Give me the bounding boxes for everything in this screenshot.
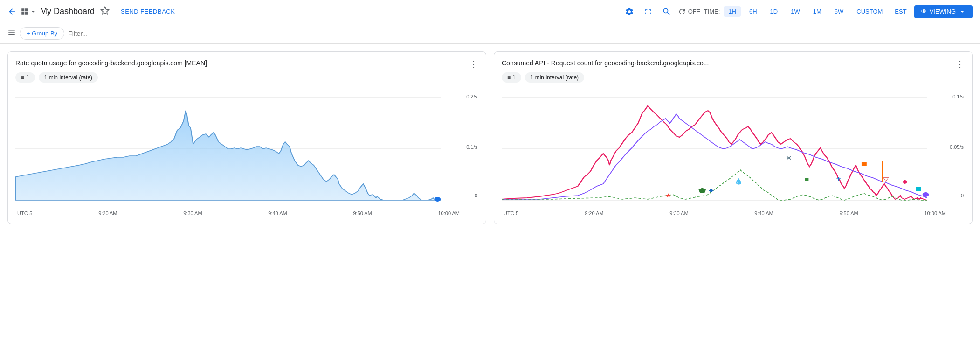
- chart-area-2: ★ ⬟ ◆ 💧 ✕ ■ + ▽ ◆: [502, 88, 965, 210]
- svg-text:+: +: [836, 175, 841, 182]
- chart-title-1: Rate quota usage for geocoding-backend.g…: [15, 59, 465, 67]
- time-1h[interactable]: 1H: [724, 6, 741, 17]
- x2-label-0: UTC-5: [504, 210, 518, 216]
- chart-card-2: Consumed API - Request count for geocodi…: [494, 51, 973, 224]
- y-top-2: 0.1/s: [952, 94, 964, 99]
- y-bottom-2: 0: [961, 193, 964, 198]
- svg-text:◆: ◆: [709, 188, 714, 193]
- viewing-button[interactable]: 👁 VIEWING: [914, 5, 973, 18]
- filter-input[interactable]: [68, 30, 973, 37]
- x2-label-4: 9:50 AM: [839, 210, 858, 216]
- chart-svg-2: ★ ⬟ ◆ 💧 ✕ ■ + ▽ ◆: [502, 88, 946, 210]
- y-mid-1: 0.1/s: [466, 144, 477, 150]
- more-options-1[interactable]: ⋮: [469, 59, 478, 69]
- svg-text:★: ★: [665, 192, 672, 198]
- svg-rect-18: [916, 187, 921, 191]
- time-1d[interactable]: 1D: [766, 6, 783, 17]
- interval-label-1: 1 min interval (rate): [44, 74, 92, 81]
- svg-text:✕: ✕: [786, 155, 792, 161]
- filter-icon-1: ≡: [21, 74, 24, 81]
- y-top-1: 0.2/s: [466, 94, 477, 99]
- time-6w[interactable]: 6W: [830, 6, 849, 17]
- toolbar: + Group By: [0, 23, 980, 44]
- x2-label-1: 9:20 AM: [585, 210, 603, 216]
- filter-icon-2: ≡: [507, 74, 511, 81]
- x-label-2: 9:30 AM: [183, 210, 202, 216]
- header: My Dashboard SEND FEEDBACK OFF TIME: 1H …: [0, 0, 980, 23]
- hamburger-icon[interactable]: [7, 28, 16, 38]
- x-label-1: 9:20 AM: [98, 210, 117, 216]
- chart-svg-1: [15, 88, 460, 210]
- chart-title-2: Consumed API - Request count for geocodi…: [502, 59, 952, 67]
- time-custom[interactable]: CUSTOM: [852, 6, 887, 17]
- back-button[interactable]: [7, 7, 17, 16]
- filter-badge-1[interactable]: ≡ 1: [15, 72, 35, 83]
- y-bottom-1: 0: [475, 193, 477, 198]
- header-actions: OFF TIME: 1H 6H 1D 1W 1M 6W CUSTOM EST 👁…: [622, 4, 973, 19]
- svg-text:⬟: ⬟: [698, 187, 706, 194]
- refresh-button[interactable]: OFF: [678, 7, 700, 16]
- svg-text:■: ■: [804, 176, 809, 182]
- x-label-5: 10:00 AM: [438, 210, 460, 216]
- time-1m[interactable]: 1M: [808, 6, 826, 17]
- chart-badges-1: ≡ 1 1 min interval (rate): [15, 72, 478, 83]
- filter-badge-2[interactable]: ≡ 1: [502, 72, 521, 83]
- chart-header-1: Rate quota usage for geocoding-backend.g…: [15, 59, 478, 69]
- svg-text:▽: ▽: [883, 176, 889, 182]
- svg-marker-0: [101, 7, 109, 14]
- time-1w[interactable]: 1W: [786, 6, 805, 17]
- timezone-button[interactable]: EST: [891, 6, 910, 17]
- refresh-label: OFF: [688, 8, 700, 15]
- chart-badges-2: ≡ 1 1 min interval (rate): [502, 72, 965, 83]
- x-label-4: 9:50 AM: [353, 210, 372, 216]
- x2-label-2: 9:30 AM: [669, 210, 688, 216]
- time-6h[interactable]: 6H: [745, 6, 762, 17]
- page-title: My Dashboard: [40, 7, 95, 16]
- x-axis-1: UTC-5 9:20 AM 9:30 AM 9:40 AM 9:50 AM 10…: [15, 210, 478, 216]
- x-label-0: UTC-5: [17, 210, 32, 216]
- x2-label-3: 9:40 AM: [754, 210, 773, 216]
- badge-filter-count-2: 1: [512, 74, 516, 81]
- interval-label-2: 1 min interval (rate): [531, 74, 579, 81]
- settings-icon[interactable]: [622, 4, 637, 19]
- send-feedback-button[interactable]: SEND FEEDBACK: [121, 8, 175, 15]
- svg-point-19: [923, 192, 929, 197]
- chart-area-1: 0.2/s 0.1/s 0: [15, 88, 478, 210]
- svg-point-4: [435, 197, 441, 202]
- group-by-button[interactable]: + Group By: [20, 27, 64, 40]
- fullscreen-icon[interactable]: [641, 4, 656, 19]
- time-label: TIME:: [704, 8, 720, 15]
- more-options-2[interactable]: ⋮: [955, 59, 965, 69]
- header-left: My Dashboard SEND FEEDBACK: [7, 6, 618, 17]
- dashboard-icon[interactable]: [21, 7, 36, 16]
- x-label-3: 9:40 AM: [268, 210, 287, 216]
- star-icon[interactable]: [100, 6, 110, 17]
- search-icon[interactable]: [659, 4, 674, 19]
- svg-rect-15: [862, 162, 867, 166]
- badge-filter-count-1: 1: [26, 74, 29, 81]
- eye-icon: 👁: [921, 8, 927, 15]
- main-content: Rate quota usage for geocoding-backend.g…: [0, 44, 980, 231]
- x-axis-2: UTC-5 9:20 AM 9:30 AM 9:40 AM 9:50 AM 10…: [502, 210, 965, 216]
- svg-text:💧: 💧: [734, 178, 744, 185]
- chart-header-2: Consumed API - Request count for geocodi…: [502, 59, 965, 69]
- viewing-label: VIEWING: [930, 8, 956, 15]
- x2-label-5: 10:00 AM: [925, 210, 946, 216]
- svg-text:◆: ◆: [902, 178, 908, 184]
- y-mid-2: 0.05/s: [950, 144, 964, 150]
- interval-badge-2[interactable]: 1 min interval (rate): [525, 72, 584, 83]
- chart-card-1: Rate quota usage for geocoding-backend.g…: [7, 51, 486, 224]
- interval-badge-1[interactable]: 1 min interval (rate): [39, 72, 98, 83]
